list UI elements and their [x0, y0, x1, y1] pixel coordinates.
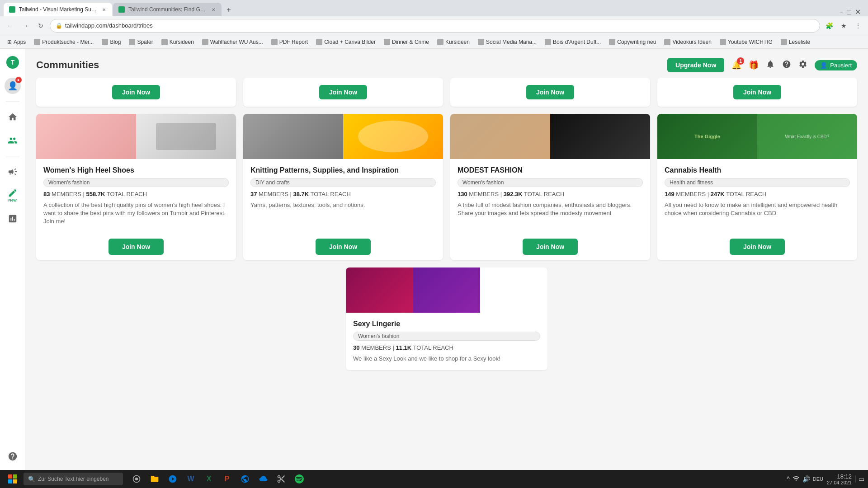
question-icon[interactable] [782, 60, 791, 71]
bookmark-favicon [384, 39, 390, 45]
taskbar-app-edge[interactable] [255, 471, 271, 487]
taskbar-app-spotify[interactable] [291, 471, 307, 487]
bookmark-youtube[interactable]: Youtube WICHTIG [716, 38, 776, 47]
keyboard-lang: DEU [813, 476, 823, 482]
bookmark-favicon [161, 39, 168, 45]
sidebar-item-analytics[interactable] [5, 211, 21, 227]
start-button[interactable] [4, 472, 22, 486]
bookmark-label: Leseliste [789, 39, 810, 45]
browser-maximize[interactable]: □ [847, 8, 851, 16]
card-img-cannabis-1: The Giggle [657, 114, 757, 159]
bookmark-copywriting[interactable]: Copywriting neu [605, 38, 660, 47]
sidebar-logo[interactable]: T [5, 54, 21, 70]
card-tag-lingerie: Women's fashion [353, 332, 540, 341]
main-content: Communities Upgrade Now 🔔 1 🎁 [25, 49, 868, 470]
card-img-modest-2 [550, 114, 650, 159]
top-card-3: Join Now [450, 78, 650, 107]
notification-bell-container[interactable]: 🔔 1 [731, 60, 741, 70]
bookmark-label: Blog [110, 39, 121, 45]
browser-minimize[interactable]: − [839, 8, 843, 16]
bookmarks-icon[interactable]: ★ [837, 19, 850, 32]
card-img-heels-1 [36, 114, 136, 159]
card-body-modest: MODEST FASHION Women's fashion 130 MEMBE… [450, 159, 650, 233]
sidebar-item-publish[interactable] [5, 164, 21, 180]
bookmark-spater[interactable]: Später [125, 38, 156, 47]
join-button-cannabis[interactable]: Join Now [730, 239, 785, 255]
tab-inactive[interactable]: Tailwind Communities: Find Gre... ✕ [113, 3, 222, 16]
join-button-top-4[interactable]: Join Now [733, 85, 781, 99]
card-image-lingerie [346, 267, 547, 313]
join-button-top-2[interactable]: Join Now [319, 85, 367, 99]
tab-close-1[interactable]: ✕ [101, 6, 107, 13]
bookmark-kursideen2[interactable]: Kursideen [434, 38, 473, 47]
browser-nav-icons: 🧩 ★ ⋮ [823, 19, 864, 32]
bookmark-cload[interactable]: Cload + Canva Bilder [312, 38, 379, 47]
tab-active[interactable]: Tailwind - Visual Marketing Suite... ✕ [4, 3, 112, 16]
join-button-top-1[interactable]: Join Now [112, 85, 160, 99]
apps-icon: ⊞ [7, 39, 12, 45]
bookmark-produktsuche[interactable]: Produktsuche - Mer... [30, 38, 97, 47]
bookmark-wahlfacher[interactable]: Wahlfächer WU Aus... [198, 38, 267, 47]
members-count-knitting: 37 [250, 191, 257, 197]
extensions-icon[interactable]: 🧩 [823, 19, 835, 32]
profile-button[interactable]: 👤 Pausiert [815, 60, 857, 70]
bookmark-pdf[interactable]: PDF Report [268, 38, 311, 47]
back-button[interactable]: ← [4, 19, 16, 32]
address-bar[interactable]: 🔒 tailwindapp.com/dashboard/tribes [50, 19, 820, 33]
sidebar-item-help[interactable] [5, 448, 21, 465]
upgrade-button[interactable]: Upgrade Now [667, 58, 724, 72]
taskbar-search-bar[interactable]: 🔍 Zur Suche Text hier eingeben [24, 473, 123, 485]
bookmark-blog[interactable]: Blog [98, 38, 124, 47]
bookmarks-bar: ⊞ Apps Produktsuche - Mer... Blog Später… [0, 35, 868, 49]
sidebar-item-home[interactable] [5, 109, 21, 125]
bookmark-label: Bois d'Argent Duft... [553, 39, 601, 45]
join-button-modest[interactable]: Join Now [523, 239, 578, 255]
main-cards-grid: Women's High Heel Shoes Women's fashion … [36, 114, 857, 260]
gift-icon[interactable]: 🎁 [749, 60, 759, 70]
bookmark-leseliste[interactable]: Leseliste [777, 38, 814, 47]
systray-network[interactable] [793, 475, 800, 483]
bookmark-social[interactable]: Social Media Mana... [474, 38, 540, 47]
bell-icon[interactable] [766, 60, 775, 71]
join-button-heels[interactable]: Join Now [108, 239, 164, 255]
taskbar-app-browser[interactable] [237, 471, 253, 487]
taskbar-apps: W X P [128, 471, 785, 487]
bookmark-apps[interactable]: ⊞ Apps [4, 38, 29, 47]
settings-icon[interactable] [798, 60, 807, 71]
settings-icon[interactable]: ⋮ [852, 19, 864, 32]
forward-button[interactable]: → [19, 19, 32, 32]
svg-text:T: T [10, 59, 14, 66]
tab-favicon-2 [118, 6, 125, 13]
bookmark-bois[interactable]: Bois d'Argent Duft... [541, 38, 604, 47]
sidebar-item-new[interactable]: New [5, 187, 21, 203]
bookmark-videokurs[interactable]: Videokurs Ideen [660, 38, 715, 47]
notification-badge: 1 [737, 57, 744, 65]
taskbar-app-cortana[interactable] [128, 471, 145, 487]
taskbar-app-word[interactable]: W [183, 471, 199, 487]
join-button-top-3[interactable]: Join Now [526, 85, 574, 99]
tab-close-2[interactable]: ✕ [211, 6, 216, 13]
taskbar-app-file-explorer[interactable] [146, 471, 163, 487]
svg-rect-2 [8, 474, 12, 479]
taskbar-app-snip[interactable] [273, 471, 289, 487]
taskbar-app-powerpoint[interactable]: P [219, 471, 235, 487]
bookmark-kursideen[interactable]: Kursideen [158, 38, 198, 47]
taskbar-app-excel[interactable]: X [201, 471, 217, 487]
reload-button[interactable]: ↻ [34, 19, 47, 32]
sidebar-item-communities[interactable] [5, 132, 21, 149]
taskbar-app-store[interactable] [165, 471, 181, 487]
show-desktop-button[interactable]: ▭ [855, 475, 864, 483]
browser-close[interactable]: ✕ [855, 8, 861, 16]
card-title-lingerie: Sexy Lingerie [353, 320, 540, 328]
systray-volume[interactable]: 🔊 [802, 475, 810, 483]
systray-up-arrow[interactable]: ^ [787, 475, 790, 483]
taskbar-clock[interactable]: 18:12 27.04.2021 [827, 473, 852, 485]
join-button-knitting[interactable]: Join Now [316, 239, 371, 255]
bookmark-label: Kursideen [170, 39, 194, 45]
avatar-container[interactable]: 👤 ● [5, 78, 21, 94]
bookmark-favicon [437, 39, 443, 45]
community-card-lingerie: Sexy Lingerie Women's fashion 30 MEMBERS… [346, 267, 547, 370]
new-tab-button[interactable]: + [222, 4, 235, 16]
bookmark-favicon [129, 39, 135, 45]
bookmark-dinner[interactable]: Dinner & Crime [380, 38, 433, 47]
